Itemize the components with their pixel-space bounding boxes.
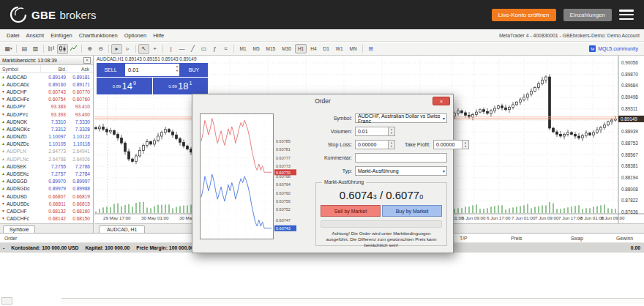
market-watch-row-AUDNZDc[interactable]: ▲AUDNZDc1.101051.10118 <box>0 141 93 148</box>
tile-windows-button[interactable]: ⊞ <box>365 44 376 54</box>
stoploss-stepper[interactable]: ▲▼ <box>389 140 395 149</box>
column-symbol[interactable]: Symbol <box>0 65 41 72</box>
candlestick-chart-button[interactable] <box>57 44 68 54</box>
mql5-community-link[interactable]: M MQL5.community <box>589 45 638 52</box>
takeprofit-input[interactable]: 0.00000 <box>433 140 463 149</box>
one-click-sell-price[interactable]: 0.89149 <box>97 78 152 94</box>
indicators-button[interactable]: ≈ <box>220 44 231 54</box>
market-watch-row-AUDSEKc[interactable]: ▲AUDSEKc7.27577.2784 <box>0 170 93 177</box>
bid-value: 7.3312 <box>41 127 67 132</box>
one-click-sell-button[interactable]: SELL <box>97 63 124 77</box>
svg-text:0.60743: 0.60743 <box>276 226 291 231</box>
chart-shift-button[interactable]: ▹ <box>122 44 133 54</box>
svg-text:0.89311: 0.89311 <box>621 106 638 111</box>
menu-ansicht[interactable]: Ansicht <box>26 32 45 39</box>
spin-down-icon[interactable]: ▼ <box>390 132 392 135</box>
spin-up-icon[interactable]: ▲ <box>176 64 179 68</box>
market-watch-row-AUDNOK[interactable]: ▲AUDNOK7.33107.3330 <box>0 118 93 125</box>
profiles-button[interactable]: ▥ <box>30 44 41 54</box>
market-watch-row-AUDJPYc[interactable]: ▼AUDJPYc93.39393.400 <box>0 111 93 118</box>
chevron-down-icon: ▾ <box>443 168 445 173</box>
deposits-button[interactable]: Einzahlungen <box>564 9 612 21</box>
market-watch-row-AUDCHF[interactable]: ▼AUDCHF0.607430.60770 <box>0 88 93 95</box>
symbol-value: AUDCHF, Australian Dollar vs Swiss Franc <box>358 113 444 124</box>
autoscroll-button[interactable]: ▸ <box>111 44 122 54</box>
group-title: Markt-Ausführung <box>322 179 366 184</box>
menu-chartfunktionen[interactable]: Chartfunktionen <box>79 32 118 39</box>
hamburger-menu-icon[interactable] <box>619 10 634 20</box>
timeframe-MN[interactable]: MN <box>347 44 360 53</box>
close-icon[interactable]: × <box>83 57 91 64</box>
column-ask[interactable]: Ask <box>67 65 91 72</box>
timeframe-H4[interactable]: H4 <box>307 44 319 53</box>
menu-hilfe[interactable]: Hilfe <box>153 32 164 39</box>
text-label-button[interactable]: ▭ <box>198 44 209 54</box>
timeframe-M5[interactable]: M5 <box>250 44 263 53</box>
stoploss-input[interactable]: 0.00000 <box>355 140 389 149</box>
one-click-buy-price[interactable]: 0.89181 <box>153 78 209 94</box>
market-watch-row-AUDNZD[interactable]: ▲AUDNZD1.100971.10122 <box>0 133 93 141</box>
tab-symbols[interactable]: Symbole <box>3 225 35 233</box>
volume-stepper[interactable]: ▲▼ <box>389 127 395 136</box>
collapse-icon[interactable]: - <box>3 245 4 250</box>
new-order-button[interactable]: ▤ <box>19 44 30 54</box>
comment-input[interactable] <box>355 153 447 163</box>
menu-datei[interactable]: Datei <box>7 32 20 39</box>
one-click-buy-button[interactable]: BUY <box>180 63 208 77</box>
new-chart-button[interactable]: ▦▾ <box>3 44 14 54</box>
svg-text:0.60785: 0.60785 <box>276 139 291 143</box>
sell-by-market-button[interactable]: Sell by Market <box>321 205 381 217</box>
market-watch-row-AUDNOKc[interactable]: ▲AUDNOKc7.33127.3328 <box>0 125 93 133</box>
line-chart-button[interactable] <box>68 44 79 54</box>
one-click-volume-input[interactable]: 0.01 ▲▼ <box>124 63 180 77</box>
market-watch-row-CADCHFc[interactable]: ▼CADCHFc0.681420.68150 <box>0 215 93 223</box>
market-watch-row-AUDPLN[interactable]: ▲AUDPLN2.647732.64941 <box>0 148 93 155</box>
timeframe-D1[interactable]: D1 <box>321 44 332 53</box>
market-watch-row-AUDCADc[interactable]: ▲AUDCADc0.891600.89171 <box>0 81 93 88</box>
timeframe-M1[interactable]: M1 <box>237 44 250 53</box>
vertical-line-button[interactable]: | <box>165 44 176 54</box>
zoom-in-button[interactable]: ⊕ <box>84 44 95 54</box>
market-watch-row-AUDUSD[interactable]: ▼AUDUSD0.668070.66819 <box>0 193 93 200</box>
zoom-out-button[interactable]: ⊖ <box>95 44 106 54</box>
horizontal-line-button[interactable]: — <box>176 44 187 54</box>
order-type-select[interactable]: Markt-Ausführung▾ <box>355 166 447 176</box>
volume-input[interactable]: 0.01 <box>355 127 389 136</box>
cursor-button[interactable]: ↖ <box>138 44 149 54</box>
timeframe-M15[interactable]: M15 <box>263 44 279 53</box>
menu-einfügen[interactable]: Einfügen <box>50 32 72 39</box>
timeframe-W1[interactable]: W1 <box>333 44 346 53</box>
market-watch-row-AUDPLNc[interactable]: ▲AUDPLNc2.647882.64926 <box>0 155 93 163</box>
tab-audcad-h1[interactable]: AUDCAD, H1 <box>99 225 145 233</box>
spin-down-icon[interactable]: ▼ <box>390 145 392 148</box>
takeprofit-stepper[interactable]: ▲▼ <box>463 140 469 149</box>
menu-optionen[interactable]: Optionen <box>124 32 146 39</box>
crosshair-button[interactable]: + <box>149 44 160 54</box>
open-live-account-button[interactable]: Live-Konto eröffnen <box>492 9 556 21</box>
close-icon[interactable]: × <box>433 97 450 105</box>
spin-down-icon[interactable]: ▼ <box>464 145 466 148</box>
market-watch-row-AUDSGD[interactable]: ▲AUDSGD0.899700.89997 <box>0 178 93 185</box>
market-watch-row-AUDUSDc[interactable]: ▼AUDUSDc0.668110.66815 <box>0 200 93 207</box>
column-bid[interactable]: Bid <box>41 65 67 72</box>
market-watch-row-CADCHF[interactable]: ▼CADCHF0.681320.68160 <box>0 207 93 214</box>
market-watch-row-AUDSEK[interactable]: ▲AUDSEK7.27557.2786 <box>0 163 93 170</box>
market-watch-row-AUDCHFc[interactable]: ▼AUDCHFc0.607540.60760 <box>0 96 93 103</box>
trendline-button[interactable]: ╱ <box>187 44 198 54</box>
spin-down-icon[interactable]: ▼ <box>176 69 179 72</box>
symbol-select[interactable]: AUDCHF, Australian Dollar vs Swiss Franc… <box>355 113 447 123</box>
svg-text:0.88753: 0.88753 <box>621 141 638 146</box>
market-watch-row-AUDSGDc[interactable]: ▲AUDSGDc0.899790.89988 <box>0 185 93 193</box>
bid-value: 0.89970 <box>41 179 67 184</box>
market-watch-row-AUDCAD[interactable]: ▲AUDCAD0.891490.89181 <box>0 73 93 81</box>
volume-stepper[interactable]: ▲▼ <box>176 64 179 72</box>
fibonacci-button[interactable]: ƒ <box>209 44 220 54</box>
sell-price-sup: 9 <box>133 81 136 86</box>
bar-chart-button[interactable] <box>46 44 57 54</box>
svg-text:0.88939: 0.88939 <box>621 129 638 134</box>
timeframe-M30[interactable]: M30 <box>279 44 294 53</box>
market-watch-row-AUDJPY[interactable]: ▼AUDJPY93.38393.410 <box>0 103 93 111</box>
order-dialog-titlebar[interactable]: Order × <box>192 94 453 108</box>
timeframe-H1[interactable]: H1 <box>295 44 307 53</box>
buy-by-market-button[interactable]: Buy by Market <box>382 205 442 217</box>
